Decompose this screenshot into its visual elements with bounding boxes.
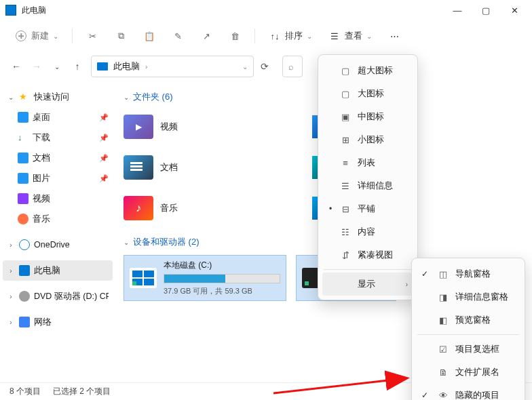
chevron-right-icon: ›: [406, 281, 408, 288]
folder-label: 文档: [160, 161, 178, 174]
pin-icon: 📌: [99, 134, 109, 142]
menu-item-large[interactable]: ▢大图标: [322, 82, 413, 105]
cut-icon: ✂: [86, 30, 98, 42]
network-icon: [19, 317, 30, 327]
grid-icon: ▢: [340, 88, 351, 99]
sidebar-item-label: 音乐: [33, 214, 109, 225]
view-button[interactable]: ☰ 查看 ⌄: [323, 26, 377, 46]
sidebar-item-quick-access[interactable]: ⌄ ★ 快速访问: [3, 87, 113, 107]
navbar: ← → ⌄ ↑ 此电脑 › ⌄ ⟳ ⌕: [0, 52, 532, 81]
star-icon: ★: [19, 92, 30, 102]
music-icon: [18, 214, 28, 224]
pin-icon: 📌: [99, 113, 109, 122]
menu-item-details-pane[interactable]: ◨详细信息窗格: [416, 285, 520, 308]
close-button[interactable]: ✕: [508, 5, 521, 16]
sidebar-item-label: 视频: [33, 193, 109, 205]
maximize-button[interactable]: ▢: [479, 5, 493, 16]
breadcrumb: 此电脑: [113, 60, 140, 73]
toolbar: 新建 ⌄ ✂ ⧉ 📋 ✎ ↗ 🗑 ↑↓ 排序 ⌄ ☰ 查看 ⌄ ⋯: [0, 20, 532, 52]
sidebar-item-label: 此电脑: [34, 265, 109, 277]
chevron-down-icon: ⌄: [366, 33, 372, 40]
menu-item-list[interactable]: ≡列表: [322, 151, 413, 174]
folder-label: 视频: [160, 121, 178, 133]
menu-item-content[interactable]: ☷内容: [322, 220, 413, 243]
disc-icon: [19, 291, 30, 302]
sidebar-item-label: 图片: [33, 173, 95, 184]
address-dropdown-icon[interactable]: ⌄: [242, 63, 248, 71]
chevron-down-icon: ⌄: [124, 94, 129, 101]
forward-button[interactable]: →: [30, 61, 43, 72]
sidebar-item-dvd[interactable]: › DVD 驱动器 (D:) CP: [3, 286, 113, 306]
search-box[interactable]: ⌕: [282, 56, 303, 77]
menu-item-checkboxes[interactable]: ☑项目复选框: [416, 338, 520, 361]
window-title: 此电脑: [22, 5, 451, 16]
folder-icon: [124, 196, 153, 220]
sidebar-item-music[interactable]: 音乐: [3, 209, 113, 229]
chevron-down-icon: ⌄: [307, 33, 312, 40]
section-title: 文件夹 (6): [133, 91, 173, 103]
drive-title: 本地磁盘 (C:): [164, 260, 280, 271]
new-button[interactable]: 新建 ⌄: [10, 26, 64, 46]
usage-bar: [164, 274, 280, 283]
drive-subtitle: 37.9 GB 可用，共 59.3 GB: [164, 286, 280, 296]
copy-button[interactable]: ⧉: [109, 26, 132, 46]
sidebar-item-documents[interactable]: 文档 📌: [3, 148, 113, 168]
delete-button[interactable]: 🗑: [223, 26, 246, 46]
sidebar-item-label: 快速访问: [34, 92, 109, 103]
chevron-right-icon: ›: [7, 319, 15, 326]
up-button[interactable]: ↑: [71, 61, 84, 72]
checkbox-icon: ☑: [438, 344, 449, 355]
rename-button[interactable]: ✎: [166, 26, 189, 46]
menu-item-extensions[interactable]: 🗎文件扩展名: [416, 361, 520, 384]
menu-item-nav-pane[interactable]: ✓◫导航窗格: [416, 262, 520, 285]
show-submenu: ✓◫导航窗格 ◨详细信息窗格 ◧预览窗格 ☑项目复选框 🗎文件扩展名 ✓👁隐藏的…: [411, 258, 525, 400]
refresh-button[interactable]: ⟳: [261, 61, 269, 72]
menu-item-small[interactable]: ⊞小图标: [322, 128, 413, 151]
address-bar[interactable]: 此电脑 › ⌄: [91, 56, 254, 77]
menu-item-show[interactable]: 显示›: [322, 273, 413, 296]
cut-button[interactable]: ✂: [81, 26, 104, 46]
sidebar-item-this-pc[interactable]: › 此电脑: [3, 260, 113, 281]
sidebar-item-network[interactable]: › 网络: [3, 312, 113, 332]
windows-icon: [130, 268, 157, 288]
menu-item-medium[interactable]: ▣中图标: [322, 105, 413, 128]
menu-item-hidden[interactable]: ✓👁隐藏的项目: [416, 384, 520, 400]
tiles-icon: ⊟: [340, 203, 351, 214]
recent-dropdown[interactable]: ⌄: [50, 63, 64, 71]
chevron-down-icon: ⌄: [124, 239, 129, 246]
plus-icon: [15, 30, 27, 42]
menu-item-details[interactable]: ☰详细信息: [322, 174, 413, 197]
sidebar-item-label: 网络: [34, 317, 109, 328]
sidebar-item-downloads[interactable]: ↓ 下载 📌: [3, 127, 113, 148]
menu-item-preview-pane[interactable]: ◧预览窗格: [416, 308, 520, 332]
content-icon: ☷: [340, 226, 351, 237]
item-count: 8 个项目: [10, 386, 41, 397]
selected-count: 已选择 2 个项目: [53, 386, 111, 397]
pane-icon: ◧: [438, 315, 449, 325]
sidebar-item-videos[interactable]: 视频: [3, 188, 113, 209]
sidebar-item-onedrive[interactable]: › OneDrive: [3, 235, 113, 255]
view-menu: ▢超大图标 ▢大图标 ▣中图标 ⊞小图标 ≡列表 ☰详细信息 •⊟平铺 ☷内容 …: [318, 54, 418, 300]
rename-icon: ✎: [172, 30, 184, 42]
share-button[interactable]: ↗: [195, 26, 218, 46]
desktop-icon: [18, 112, 28, 123]
titlebar: 此电脑 — ▢ ✕: [0, 0, 532, 20]
sidebar-item-desktop[interactable]: 桌面 📌: [3, 107, 113, 127]
more-button[interactable]: ⋯: [383, 26, 406, 46]
paste-button[interactable]: 📋: [138, 26, 161, 46]
app-icon: [5, 5, 16, 16]
pin-icon: 📌: [99, 174, 109, 183]
sort-button[interactable]: ↑↓ 排序 ⌄: [263, 26, 318, 46]
menu-item-compact[interactable]: ⇵紧凑视图: [322, 243, 413, 266]
minimize-button[interactable]: —: [451, 5, 464, 16]
sidebar-item-pictures[interactable]: 图片 📌: [3, 168, 113, 188]
folder-label: 音乐: [160, 202, 178, 214]
menu-item-extra-large[interactable]: ▢超大图标: [322, 59, 413, 82]
sidebar-item-label: 桌面: [33, 112, 95, 123]
back-button[interactable]: ←: [10, 61, 23, 72]
chevron-right-icon: ›: [7, 241, 15, 249]
trash-icon: 🗑: [229, 30, 241, 42]
menu-item-tiles[interactable]: •⊟平铺: [322, 197, 413, 220]
drive-item-c[interactable]: 本地磁盘 (C:) 37.9 GB 可用，共 59.3 GB: [124, 255, 286, 301]
search-icon: ⌕: [288, 62, 294, 72]
